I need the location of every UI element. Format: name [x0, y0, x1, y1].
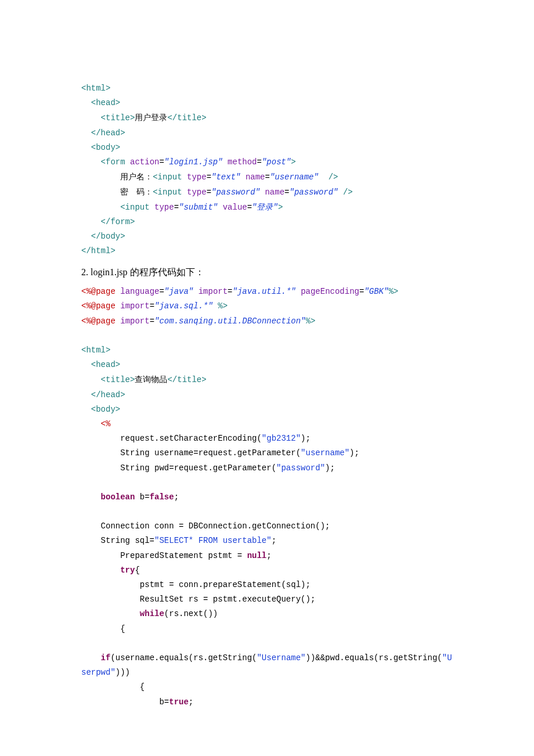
code-line: <html> [81, 84, 110, 93]
code-block-2: <%@page language="java" import="java.uti… [81, 285, 453, 709]
section-heading: 2. login1.jsp 的程序代码如下： [81, 267, 453, 279]
code-block-1: <html> <head> <title>用户登录</title> </head… [81, 81, 453, 258]
